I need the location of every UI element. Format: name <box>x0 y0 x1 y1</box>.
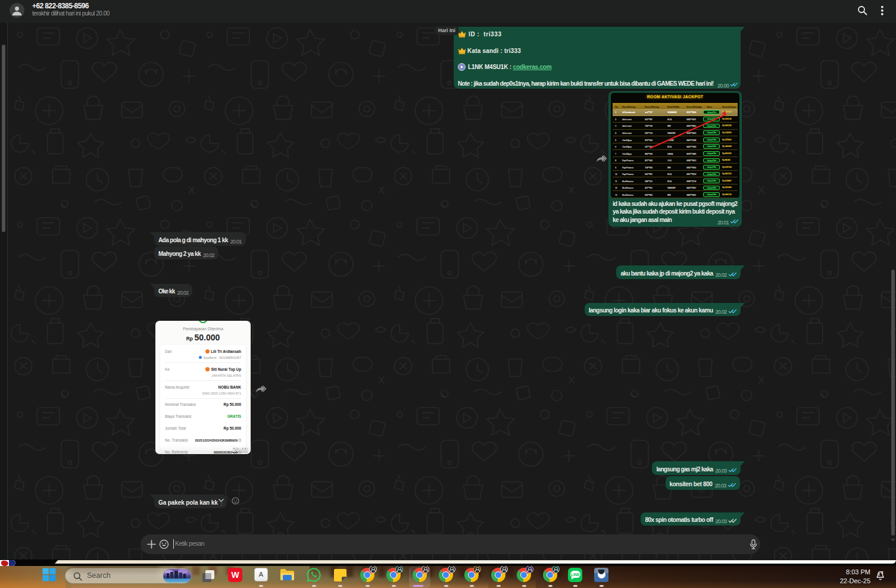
svg-text:z: z <box>881 570 883 575</box>
svg-text:z: z <box>878 572 881 576</box>
